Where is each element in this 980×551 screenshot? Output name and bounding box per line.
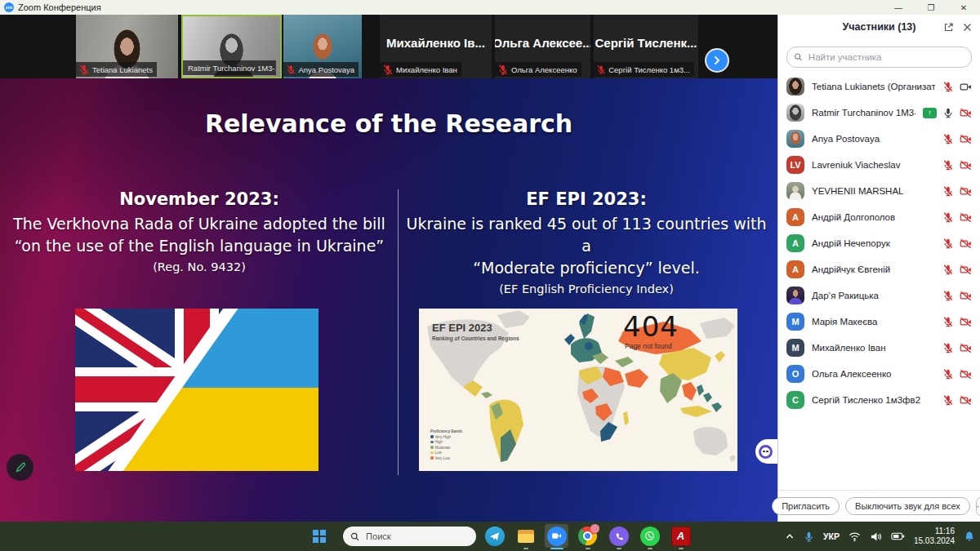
camera-off-icon [960, 291, 972, 301]
chevron-up-icon[interactable] [785, 531, 795, 541]
video-name-label: Tetiana Lukianets [76, 62, 157, 77]
invite-button[interactable]: Пригласить [772, 497, 840, 515]
participant-name: Tetiana Lukianets (Организатор, я) [812, 82, 935, 91]
camera-off-icon [960, 369, 972, 380]
edge-widget-button[interactable] [755, 439, 777, 464]
reactions-icon [759, 445, 773, 459]
camera-off-icon [960, 395, 972, 406]
popout-icon[interactable] [943, 22, 954, 33]
mic-muted-icon [942, 81, 954, 92]
language-indicator[interactable]: УКР [823, 531, 840, 541]
participant-row[interactable]: ССергій Тисленко 1м3фв2 [778, 387, 980, 413]
start-button[interactable] [313, 530, 326, 543]
map-subtitle: Ranking of Countries and Regions [432, 335, 519, 341]
legend-item: High [430, 440, 462, 444]
participant-row[interactable]: ООльга Алексеенко [778, 361, 980, 387]
camera-off-icon [960, 317, 972, 327]
camera-off-icon [960, 108, 972, 118]
whatsapp-taskbar-button[interactable] [638, 524, 662, 548]
notification-bell-icon[interactable] [964, 531, 975, 543]
legend-item: Very High [430, 435, 462, 439]
explorer-taskbar-button[interactable] [514, 524, 537, 548]
participant-name: Андрій Долгополов [812, 212, 935, 222]
participant-search[interactable] [786, 47, 972, 68]
minimize-button[interactable]: — [882, 0, 915, 15]
taskbar-search[interactable] [343, 527, 476, 546]
video-tile[interactable]: Tetiana Lukianets [76, 15, 178, 78]
chevron-right-icon [713, 56, 721, 64]
participant-row[interactable]: Anya Postovaya [778, 126, 980, 152]
mic-tray-icon[interactable] [804, 531, 814, 543]
right-line2: “Moderate proficiency” level. [402, 257, 771, 279]
participant-row[interactable]: YEVHENII MARSHAL [778, 178, 980, 204]
mic-muted-icon [942, 394, 954, 406]
column-divider [398, 189, 399, 475]
map-error-text: Page not found [625, 342, 672, 350]
participant-row[interactable]: LVLavreniuk Viacheslav [778, 152, 980, 178]
acrobat-taskbar-button[interactable]: A [669, 524, 693, 548]
participant-row[interactable]: Дар’я Ракицька [778, 282, 980, 309]
wifi-icon[interactable] [849, 531, 861, 542]
video-tile[interactable]: Сергій Тисленк... Сергій Тисленко 1м3... [594, 15, 698, 78]
participant-row[interactable]: ААндрійчук Євгеній [778, 256, 980, 282]
video-tile[interactable]: Ольга Алексее... Ольга Алексеенко [495, 15, 590, 78]
mic-muted-icon [942, 133, 954, 144]
participant-name: Anya Postovaya [812, 134, 935, 144]
legend-item: Moderate [430, 446, 462, 450]
avatar: С [786, 391, 804, 409]
window-title: Zoom Конференция [18, 2, 101, 12]
clock[interactable]: 11:16 15.03.2024 [914, 527, 955, 546]
camera-off-icon [960, 212, 972, 223]
running-indicator [679, 548, 684, 550]
zoom-taskbar-button[interactable] [545, 524, 568, 548]
taskbar-search-input[interactable] [364, 531, 469, 542]
battery-icon[interactable] [891, 531, 905, 541]
participant-row[interactable]: Ratmir Turchaninov 1М3-ФВ3↑ [778, 100, 980, 126]
participant-list: Tetiana Lukianets (Организатор, я) Ratmi… [778, 73, 980, 489]
participant-row[interactable]: ААндрій Долгополов [778, 204, 980, 230]
mic-muted-icon [942, 290, 954, 301]
next-videos-button[interactable] [706, 50, 728, 71]
shared-presentation-slide: Relevance of the Research November 2023:… [0, 78, 777, 522]
video-tile[interactable]: Ratmir Turchaninov 1M3-... [181, 15, 282, 78]
avatar: А [786, 208, 804, 226]
avatar: А [786, 260, 804, 278]
running-indicator [550, 548, 564, 550]
pencil-icon [14, 461, 27, 474]
search-icon [350, 531, 359, 542]
participant-row[interactable]: Tetiana Lukianets (Организатор, я) [778, 73, 980, 100]
tray-date: 15.03.2024 [914, 536, 955, 546]
annotate-button[interactable] [7, 454, 33, 481]
close-panel-icon[interactable] [963, 23, 972, 32]
mic-muted-icon [942, 238, 954, 249]
video-name-label: Ольга Алексеенко [495, 62, 581, 77]
participant-search-input[interactable] [807, 51, 964, 63]
avatar: М [786, 313, 804, 331]
participant-row[interactable]: ААндрій Нечепорук [778, 230, 980, 256]
mic-muted-icon [942, 159, 954, 171]
avatar [786, 130, 804, 148]
camera-off-icon [960, 343, 972, 353]
slide-right-column: EF EPI 2023: Ukraine is ranked 45 out of… [402, 189, 771, 295]
video-tile[interactable]: Михайленко Ів... Михайленко Іван [380, 15, 492, 78]
explorer-icon [516, 527, 536, 546]
mute-all-button[interactable]: Выключить звук для всех [845, 497, 970, 515]
participant-row[interactable]: ММарія Макеєва [778, 309, 980, 335]
chrome-icon [578, 527, 597, 545]
mic-muted-icon [286, 64, 296, 75]
telegram-taskbar-button[interactable] [483, 524, 506, 548]
screen-share-badge: ↑ [923, 108, 937, 118]
zoom-meeting-window: zm Zoom Конференция — ❐ ✕ Tetiana Lukian… [0, 0, 980, 551]
close-button[interactable]: ✕ [947, 0, 980, 15]
mic-muted-icon [942, 185, 954, 197]
more-options-button[interactable]: ⋯ [976, 497, 980, 516]
chrome-taskbar-button[interactable] [576, 524, 599, 548]
search-icon [794, 52, 803, 62]
video-tile[interactable]: Anya Postovaya [283, 15, 362, 78]
mic-muted-icon [497, 64, 509, 75]
restore-button[interactable]: ❐ [915, 0, 947, 15]
participant-row[interactable]: ММихайленко Іван [778, 335, 980, 361]
window-titlebar: zm Zoom Конференция — ❐ ✕ [0, 0, 980, 15]
viber-taskbar-button[interactable] [607, 524, 630, 548]
volume-icon[interactable] [870, 531, 882, 542]
